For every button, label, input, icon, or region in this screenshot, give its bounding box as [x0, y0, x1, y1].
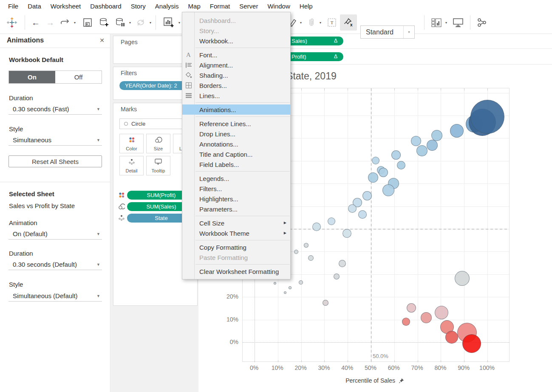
data-point-bubble[interactable]	[339, 260, 346, 267]
data-point-bubble[interactable]	[379, 168, 388, 177]
new-worksheet-caret-icon[interactable]: ▾	[177, 16, 182, 29]
format-menu-item-annotations[interactable]: Annotations...	[182, 139, 290, 149]
data-point-bubble[interactable]	[328, 217, 335, 225]
replay-icon[interactable]	[59, 16, 71, 29]
format-menu-item-font[interactable]: AFont...	[182, 50, 290, 60]
undo-icon[interactable]: ←	[30, 16, 42, 29]
textbox-icon[interactable]: T	[326, 16, 337, 29]
data-point-bubble[interactable]	[382, 184, 394, 196]
data-point-bubble[interactable]	[411, 136, 421, 146]
share-icon[interactable]	[475, 16, 489, 29]
tableau-logo[interactable]	[5, 16, 19, 29]
format-menu-item-legends[interactable]: Legends...	[182, 173, 290, 183]
color-button[interactable]: Color	[119, 134, 144, 153]
redo-icon[interactable]: →	[44, 16, 56, 29]
format-menu-item-cell-size[interactable]: Cell Size▶	[182, 218, 290, 228]
format-menu-item-borders[interactable]: Borders...	[182, 80, 290, 90]
data-point-bubble[interactable]	[445, 331, 458, 344]
format-menu-item-highlighters[interactable]: Highlighters...	[182, 194, 290, 204]
format-menu-item-parameters[interactable]: Parameters...	[182, 204, 290, 214]
data-point-bubble[interactable]	[362, 191, 372, 200]
menubar-item-story[interactable]: Story	[126, 1, 150, 11]
sheet-animation-select[interactable]: On (Default) ▼	[8, 229, 102, 240]
format-menu-item-copy-formatting[interactable]: Copy Formatting	[182, 242, 290, 252]
data-point-bubble[interactable]	[427, 140, 438, 151]
menubar-item-window[interactable]: Window	[263, 1, 294, 11]
data-point-bubble[interactable]	[402, 318, 410, 326]
menubar-item-data[interactable]: Data	[23, 1, 46, 11]
data-point-bubble[interactable]	[294, 250, 298, 254]
data-point-bubble[interactable]	[455, 271, 470, 286]
data-point-bubble[interactable]	[397, 161, 405, 169]
style-select[interactable]: Simultaneous ▼	[8, 135, 102, 146]
data-point-bubble[interactable]	[334, 274, 340, 279]
replay-caret-icon[interactable]: ▾	[72, 16, 77, 29]
highlight-caret-icon[interactable]: ▾	[298, 16, 303, 29]
x-reference-line[interactable]	[371, 88, 371, 361]
presentation-icon[interactable]	[451, 16, 465, 29]
add-data-icon[interactable]	[98, 16, 110, 29]
toggle-on-button[interactable]: On	[9, 71, 55, 83]
show-me-icon[interactable]	[430, 16, 443, 29]
format-menu-item-title-and-caption[interactable]: Title and Caption...	[182, 149, 290, 159]
data-point-bubble[interactable]	[323, 300, 328, 306]
view-mode-caret-icon[interactable]: ▾	[403, 26, 414, 38]
show-me-caret-icon[interactable]: ▾	[444, 16, 449, 29]
format-menu-item-shading[interactable]: Shading...	[182, 70, 290, 80]
detail-button[interactable]: Detail	[119, 156, 144, 175]
data-point-bubble[interactable]	[308, 255, 314, 261]
data-point-bubble[interactable]	[284, 291, 286, 294]
close-icon[interactable]: ✕	[97, 36, 107, 45]
format-menu-item-drop-lines[interactable]: Drop Lines...	[182, 129, 290, 139]
data-point-bubble[interactable]	[304, 243, 309, 248]
data-point-bubble[interactable]	[470, 100, 504, 134]
data-point-bubble[interactable]	[312, 223, 321, 231]
data-point-bubble[interactable]	[462, 334, 481, 353]
format-menu-item-field-labels[interactable]: Field Labels...	[182, 159, 290, 169]
data-point-bubble[interactable]	[421, 312, 432, 323]
data-point-bubble[interactable]	[289, 286, 292, 289]
format-menu-item-alignment[interactable]: Alignment...	[182, 60, 290, 70]
data-point-bubble[interactable]	[348, 204, 357, 213]
duration-select[interactable]: 0.30 seconds (Fast) ▼	[8, 104, 102, 115]
format-menu-item-reference-lines[interactable]: Reference Lines...	[182, 118, 290, 129]
format-menu-item-animations[interactable]: Animations...	[182, 104, 290, 115]
size-button[interactable]: Size	[146, 134, 170, 153]
menubar-item-map[interactable]: Map	[184, 1, 205, 11]
save-icon[interactable]	[82, 16, 93, 29]
menubar-item-file[interactable]: File	[3, 1, 23, 11]
reset-all-sheets-button[interactable]: Reset All Sheets	[8, 155, 102, 167]
clear-highlight-icon[interactable]: x	[340, 14, 357, 31]
data-point-bubble[interactable]	[391, 150, 401, 160]
x-axis-title[interactable]: Percentile of Sales	[332, 377, 417, 384]
data-point-bubble[interactable]	[372, 157, 379, 164]
menubar-item-dashboard[interactable]: Dashboard	[85, 1, 126, 11]
pause-updates-icon[interactable]	[114, 16, 127, 29]
format-menu-item-lines[interactable]: Lines...	[182, 90, 290, 101]
data-point-bubble[interactable]	[274, 282, 276, 285]
data-point-bubble[interactable]	[358, 210, 367, 219]
menubar-item-help[interactable]: Help	[295, 1, 317, 11]
data-point-bubble[interactable]	[299, 280, 303, 285]
format-menu-item-workbook-theme[interactable]: Workbook Theme▶	[182, 228, 290, 238]
refresh-icon[interactable]	[134, 16, 147, 29]
format-menu-item-workbook[interactable]: Workbook...	[182, 36, 290, 46]
menubar-item-server[interactable]: Server	[235, 1, 263, 11]
toggle-off-button[interactable]: Off	[55, 71, 102, 83]
data-point-bubble[interactable]	[368, 172, 378, 183]
menubar-item-worksheet[interactable]: Worksheet	[46, 1, 85, 11]
data-point-bubble[interactable]	[431, 130, 442, 141]
tooltip-button[interactable]: Tooltip	[146, 156, 170, 175]
pause-updates-caret-icon[interactable]: ▾	[127, 16, 133, 29]
data-point-bubble[interactable]	[407, 303, 416, 313]
data-point-bubble[interactable]	[450, 124, 464, 138]
menubar-item-format[interactable]: Format	[205, 1, 235, 11]
menubar-item-analysis[interactable]: Analysis	[150, 1, 184, 11]
data-point-bubble[interactable]	[343, 229, 351, 238]
data-point-bubble[interactable]	[435, 306, 448, 319]
sheet-style-select[interactable]: Simultaneous (Default) ▼	[8, 291, 102, 302]
data-point-bubble[interactable]	[416, 145, 427, 156]
view-mode-select[interactable]: Standard ▾	[360, 25, 415, 39]
sheet-duration-select[interactable]: 0.30 seconds (Default) ▼	[8, 260, 102, 270]
format-menu-item-filters[interactable]: Filters...	[182, 183, 290, 194]
